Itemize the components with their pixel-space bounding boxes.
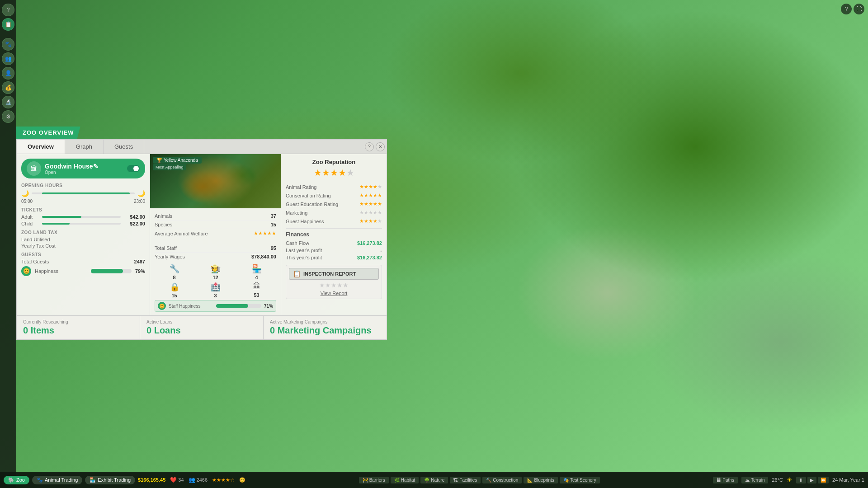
moon-icon: 🌙 (21, 190, 29, 197)
close-panel-btn[interactable]: ✕ (376, 142, 385, 151)
zoo-btn[interactable]: 🐘 Zoo (4, 476, 29, 484)
habitat-icon: 🌿 (394, 478, 400, 483)
sidebar-icon-overview[interactable]: 📋 (2, 18, 14, 31)
staff-security: 🔒 15 (155, 282, 194, 298)
conservation-row: Conservation Rating ★★★★★ (286, 191, 382, 200)
researching-label: Currently Researching (23, 319, 133, 324)
fullscreen-icon[interactable]: ⛶ (854, 4, 864, 14)
rating-stars: ★★★★☆ (212, 477, 235, 483)
last-profit-value: - (380, 248, 382, 253)
total-guests-label: Total Guests (21, 259, 49, 264)
happiness-bar (91, 269, 132, 273)
sidebar-icon-research[interactable]: 🔬 (2, 96, 14, 108)
animal-badge: 🏆 Yellow Anaconda (153, 157, 202, 164)
opening-hours-label: OPENING HOURS (21, 183, 145, 188)
terrain-btn[interactable]: ⛰ Terrain (741, 477, 769, 483)
conservation-label: Conservation Rating (286, 193, 331, 198)
barriers-label: Barriers (369, 478, 385, 483)
happiness-pct: 79% (135, 268, 145, 274)
sidebar-icon-guests[interactable]: 👥 (2, 52, 14, 65)
animal-trading-label: Animal Trading (45, 477, 78, 483)
exhibit-trading-btn[interactable]: 🏪 Exhibit Trading (85, 476, 135, 484)
sidebar-icon-finance[interactable]: 💰 (2, 81, 14, 94)
most-appealing-badge: Most Appealing (153, 164, 186, 170)
tab-guests[interactable]: Guests (104, 140, 144, 154)
zoo-name-area: Goodwin House✎ Open (45, 163, 123, 175)
yearly-wages-label: Yearly Wages (155, 254, 185, 259)
rating-stat: ★★★★☆ (212, 477, 235, 483)
staff-happiness-label: Staff Happiness (169, 304, 213, 309)
facilities-icon: 🏗 (453, 478, 458, 483)
researching-section[interactable]: Currently Researching 0 Items (17, 316, 140, 339)
sidebar-icon-animals[interactable]: 🐾 (2, 38, 14, 51)
construction-btn[interactable]: 🔨 Construction (482, 477, 522, 483)
blueprints-icon: 📐 (527, 478, 533, 483)
zoo-btn-label: Zoo (16, 477, 25, 483)
cashflow-label: Cash Flow (286, 240, 309, 246)
sidebar-icon-settings[interactable]: ⚙ (2, 110, 14, 123)
zoo-open-toggle[interactable] (127, 165, 140, 172)
speed-controls: ⏸ ▶ ⏩ (796, 477, 829, 483)
animal-image[interactable]: 🏆 Yellow Anaconda Most Appealing (150, 154, 281, 208)
child-slider[interactable] (42, 223, 121, 225)
nature-btn[interactable]: 🌳 Nature (420, 477, 448, 483)
species-label: Species (155, 222, 172, 227)
marketing-stars: ★★★★★ (359, 210, 382, 216)
animal-trading-btn[interactable]: 🐾 Animal Trading (32, 476, 82, 484)
help-panel-btn[interactable]: ? (365, 142, 374, 151)
panel-tabs: Overview Graph Guests ? ✕ (17, 140, 387, 154)
animals-label: Animals (155, 213, 172, 219)
fast-btn[interactable]: ⏩ (818, 477, 829, 483)
staff-medic: 🏥 3 (196, 282, 235, 298)
inspection-icon: 📋 (293, 270, 301, 277)
view-report-link[interactable]: View Report (289, 291, 379, 296)
test-scenery-icon: 🎭 (563, 478, 569, 483)
sidebar-icon-staff[interactable]: 👤 (2, 67, 14, 80)
loans-label: Active Loans (146, 319, 257, 324)
zoo-header[interactable]: 🏛 Goodwin House✎ Open (21, 159, 145, 178)
hearts-stat: ❤️ 34 (170, 477, 184, 483)
facilities-btn[interactable]: 🏗 Facilities (450, 477, 481, 483)
blueprints-btn[interactable]: 📐 Blueprints (524, 477, 557, 483)
loans-section[interactable]: Active Loans 0 Loans (140, 316, 264, 339)
habitat-btn[interactable]: 🌿 Habitat (391, 477, 419, 483)
adult-fill (42, 216, 81, 218)
guests-count-bar: 2466 (197, 477, 208, 483)
construction-label: Construction (493, 478, 518, 483)
inspection-report-btn[interactable]: 📋 INSPECTION REPORT (289, 268, 379, 280)
staff-happiness-bar (216, 304, 261, 308)
pause-btn[interactable]: ⏸ (796, 477, 806, 483)
education-label: Guest Education Rating (286, 202, 338, 207)
sidebar-icon-question[interactable]: ? (2, 4, 14, 16)
mechanic-count: 8 (173, 275, 175, 280)
guests-stat: 👥 2466 (189, 477, 208, 483)
right-column: Zoo Reputation ★★★★★ Animal Rating ★★★★★… (281, 154, 387, 315)
conservation-stars: ★★★★★ (359, 192, 382, 198)
staff-section: Total Staff 95 Yearly Wages $78,840.00 🔧… (150, 242, 281, 315)
tab-graph[interactable]: Graph (65, 140, 104, 154)
child-label: Child (21, 221, 39, 226)
help-top-icon[interactable]: ? (841, 4, 852, 14)
bottom-stats: $166,165.45 ❤️ 34 👥 2466 ★★★★☆ 😊 (138, 477, 245, 483)
test-scenery-btn[interactable]: 🎭 Test Scenery (560, 477, 600, 483)
open-time: 05:00 (21, 199, 33, 204)
panel-window-controls: ? ✕ (365, 142, 385, 151)
last-profit-label: Last year's profit (286, 248, 322, 253)
marketing-section[interactable]: Active Marketing Campaigns 0 Marketing C… (264, 316, 387, 339)
keeper-count: 12 (212, 275, 218, 280)
tab-overview[interactable]: Overview (17, 140, 65, 154)
barriers-btn[interactable]: 🚧 Barriers (359, 477, 389, 483)
hearts-icon: ❤️ (170, 477, 177, 483)
construction-icon: 🔨 (486, 478, 491, 483)
inspection-stars: ★★★★★ (289, 282, 379, 289)
welfare-row: Average Animal Welfare ★★★★★ (155, 229, 276, 238)
adult-slider[interactable] (42, 216, 121, 218)
play-btn[interactable]: ▶ (807, 477, 816, 483)
this-profit-label: This year's profit (286, 255, 322, 260)
guests-label: GUESTS (21, 252, 145, 257)
paths-btn[interactable]: 🛤 Paths (713, 477, 738, 483)
left-column: 🏛 Goodwin House✎ Open OPENING HOURS 🌙 🌙 … (17, 154, 150, 315)
hours-slider[interactable] (32, 192, 135, 194)
marketing-campaigns-value: 0 Marketing Campaigns (270, 325, 380, 336)
money-display: $166,165.45 (138, 477, 165, 483)
